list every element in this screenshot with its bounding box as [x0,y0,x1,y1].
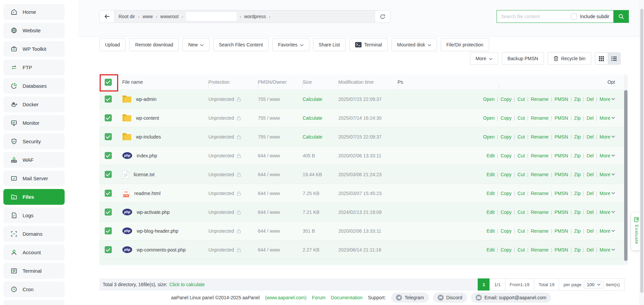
footer-documentation-link[interactable]: Documentation [331,295,363,300]
row-action-pmsn[interactable]: PMSN [554,191,568,196]
list-view-button[interactable] [608,53,620,64]
grid-view-button[interactable] [595,53,608,64]
calculate-size-link[interactable]: Calculate [303,115,322,121]
sidebar-item-files[interactable]: Files [3,189,65,205]
row-checkbox[interactable] [105,190,112,197]
refresh-button[interactable] [375,10,390,23]
breadcrumb-segment-root-dir[interactable]: Root dir [118,14,135,19]
sidebar-item-app-store[interactable]: App Store [3,300,65,305]
row-action-rename[interactable]: Rename [531,228,549,234]
row-action-zip[interactable]: Zip [574,228,580,234]
toolbar-button-new[interactable]: New [182,38,209,51]
row-action-edit[interactable]: Edit [486,172,495,177]
back-button[interactable] [100,10,114,23]
row-action-zip[interactable]: Zip [574,191,580,196]
toolbar-button-backup-pmsn[interactable]: Backup PMSN [502,52,544,65]
row-action-zip[interactable]: Zip [574,209,580,215]
row-action-copy[interactable]: Copy [501,191,512,196]
row-action-rename[interactable]: Rename [531,172,549,177]
row-action-zip[interactable]: Zip [574,247,580,253]
row-action-copy[interactable]: Copy [501,228,512,234]
breadcrumb-segment-wordpress[interactable]: wordpress [244,14,266,19]
row-action-pmsn[interactable]: PMSN [554,172,568,177]
search-button[interactable] [613,10,629,23]
row-action-del[interactable]: Del [586,97,594,102]
file-name[interactable]: wp-blog-header.php [137,228,178,234]
sidebar-item-security[interactable]: Security [3,134,65,149]
support-pill-telegram[interactable]: Telegram [391,293,429,303]
row-action-rename[interactable]: Rename [531,247,549,253]
sidebar-item-home[interactable]: Home [3,4,65,20]
file-name[interactable]: wp-content [136,115,159,121]
sidebar-item-wp-toolkit[interactable]: WP Toolkit [3,41,65,57]
footer-website-link[interactable]: (www.aapanel.com) [265,295,306,300]
pagination-page-1[interactable]: 1 [478,278,490,291]
row-action-zip[interactable]: Zip [574,115,580,121]
toolbar-button-terminal[interactable]: Terminal [349,38,388,51]
select-all-checkbox[interactable] [105,79,112,86]
row-action-cut[interactable]: Cut [517,228,525,234]
row-action-copy[interactable]: Copy [501,247,512,253]
sidebar-item-cron[interactable]: Cron [3,281,65,297]
row-action-more[interactable]: More [600,153,615,158]
breadcrumb-segment-www[interactable]: www [142,14,152,19]
row-checkbox[interactable] [105,133,112,140]
row-action-copy[interactable]: Copy [501,134,512,140]
row-action-more[interactable]: More [600,247,615,253]
toolbar-button-file-dir-protection[interactable]: File/Dir protection [441,38,489,51]
row-action-more[interactable]: More [600,228,615,234]
toolbar-button-favorites[interactable]: Favorites [272,38,309,51]
calculate-size-link[interactable]: Calculate [303,134,322,140]
toolbar-button-upload[interactable]: Upload [99,38,126,51]
row-action-cut[interactable]: Cut [517,115,525,121]
sidebar-item-account[interactable]: Account [3,244,65,260]
row-action-open[interactable]: Open [483,134,495,140]
row-action-pmsn[interactable]: PMSN [554,153,568,158]
row-action-rename[interactable]: Rename [531,134,549,140]
row-action-edit[interactable]: Edit [486,209,495,215]
toolbar-button-search-files-content[interactable]: Search Files Content [213,38,269,51]
file-name[interactable]: wp-admin [136,97,157,102]
row-action-cut[interactable]: Cut [517,97,525,102]
row-action-rename[interactable]: Rename [531,153,549,158]
row-checkbox[interactable] [105,96,112,103]
row-action-cut[interactable]: Cut [517,209,525,215]
row-action-copy[interactable]: Copy [501,115,512,121]
sidebar-item-terminal[interactable]: Terminal [3,263,65,279]
file-name[interactable]: index.php [137,153,157,158]
sidebar-item-waf[interactable]: WAF [3,152,65,168]
file-name[interactable]: wp-comments-post.php [137,247,186,253]
row-checkbox[interactable] [105,114,112,121]
row-action-cut[interactable]: Cut [517,134,525,140]
row-checkbox[interactable] [105,227,112,234]
row-action-edit[interactable]: Edit [486,228,495,234]
row-action-del[interactable]: Del [586,247,594,253]
row-action-cut[interactable]: Cut [517,191,525,196]
row-action-pmsn[interactable]: PMSN [554,228,568,234]
row-action-rename[interactable]: Rename [531,209,549,215]
row-action-copy[interactable]: Copy [501,172,512,177]
row-action-zip[interactable]: Zip [574,97,580,102]
row-action-rename[interactable]: Rename [531,115,549,121]
row-action-more[interactable]: More [600,172,615,177]
row-action-del[interactable]: Del [586,134,594,140]
row-checkbox[interactable] [105,171,112,178]
row-action-del[interactable]: Del [586,153,594,158]
file-name[interactable]: wp-activate.php [137,209,170,215]
row-action-del[interactable]: Del [586,191,594,196]
row-action-rename[interactable]: Rename [531,191,549,196]
row-checkbox[interactable] [105,208,112,216]
sidebar-item-docker[interactable]: Docker [3,97,65,112]
row-action-more[interactable]: More [600,115,615,121]
file-name[interactable]: license.txt [134,172,155,177]
row-action-zip[interactable]: Zip [574,172,580,177]
row-action-pmsn[interactable]: PMSN [554,97,568,102]
row-action-copy[interactable]: Copy [501,97,512,102]
row-action-more[interactable]: More [600,209,615,215]
click-to-calculate-link[interactable]: Click to calculate [169,282,205,287]
page-scrollbar-thumb[interactable] [640,9,643,293]
per-page-select[interactable]: 100 [584,281,604,289]
sidebar-item-ftp[interactable]: FTP [3,60,65,75]
row-action-rename[interactable]: Rename [531,97,549,102]
toolbar-button-more[interactable]: More [470,52,498,65]
